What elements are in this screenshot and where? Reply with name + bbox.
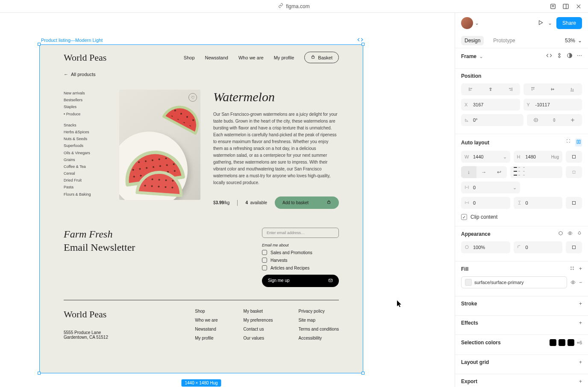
nav-who[interactable]: Who we are: [238, 55, 264, 60]
notes-icon[interactable]: [550, 3, 556, 10]
nav-newsstand[interactable]: Newsstand: [205, 55, 228, 60]
fill-value[interactable]: surface/surface-primary: [461, 276, 567, 288]
align-right-icon[interactable]: [500, 83, 520, 95]
back-link[interactable]: ← All products: [40, 70, 363, 84]
sidebar-item[interactable]: Snacks: [64, 122, 106, 129]
variable-icon[interactable]: [558, 231, 563, 237]
chevron-down-icon[interactable]: ⌄: [548, 20, 552, 26]
footer-link[interactable]: My basket: [244, 309, 273, 314]
sidebar-item[interactable]: Coffee & Tea: [64, 163, 106, 170]
x-field[interactable]: X3167: [461, 99, 520, 111]
tab-prototype[interactable]: Prototype: [490, 36, 518, 45]
footer-link[interactable]: Site map: [299, 318, 339, 322]
footer-link[interactable]: Who we are: [195, 318, 218, 322]
plus-icon[interactable]: +: [579, 320, 582, 326]
color-swatch[interactable]: [567, 339, 574, 346]
plus-icon[interactable]: +: [579, 301, 582, 307]
more-icon[interactable]: ⋯: [577, 53, 582, 60]
direction-wrap-icon[interactable]: ↩: [491, 166, 507, 178]
nav-shop[interactable]: Shop: [184, 55, 195, 60]
favorite-icon[interactable]: ♡: [188, 93, 197, 102]
align-bottom-icon[interactable]: [562, 83, 582, 95]
plus-icon[interactable]: +: [579, 378, 582, 384]
styles-icon[interactable]: [570, 266, 575, 272]
height-field[interactable]: H1480Hug: [514, 151, 563, 163]
signup-button[interactable]: Sign me up: [262, 275, 339, 287]
flip-h-icon[interactable]: [527, 114, 545, 126]
align-hcenter-icon[interactable]: [481, 83, 500, 95]
sidebar-item[interactable]: Superfoods: [64, 142, 106, 149]
more-colors[interactable]: +6: [576, 340, 582, 345]
sidebar-item[interactable]: Flours & Baking: [64, 191, 106, 198]
chevron-down-icon[interactable]: ⌄: [475, 20, 479, 26]
frame-label[interactable]: Product listing—Modern Light: [41, 38, 103, 43]
padding-expand-icon[interactable]: [566, 197, 582, 209]
eye-icon[interactable]: [567, 231, 573, 237]
code-icon[interactable]: [546, 53, 552, 60]
footer-link[interactable]: Our values: [244, 336, 273, 340]
footer-link[interactable]: Newsstand: [195, 327, 218, 331]
radius-expand-icon[interactable]: [566, 241, 582, 253]
radius-field[interactable]: 0: [514, 241, 563, 253]
footer-link[interactable]: My preferences: [244, 318, 273, 322]
minus-icon[interactable]: −: [579, 276, 582, 288]
footer-link[interactable]: Privacy policy: [299, 309, 339, 314]
sidebar-item[interactable]: Dried Fruit: [64, 177, 106, 184]
add-to-basket-button[interactable]: Add to basket: [275, 196, 339, 209]
collapse-icon[interactable]: [566, 138, 571, 147]
zoom-control[interactable]: 53%⌄: [565, 38, 582, 44]
newsletter-option[interactable]: Harvests: [262, 258, 339, 263]
resize-options-icon[interactable]: [566, 151, 582, 163]
selected-frame[interactable]: World Peas Shop Newsstand Who we are My …: [39, 44, 363, 373]
padding-v-field[interactable]: 0: [514, 197, 563, 209]
newsletter-option[interactable]: Articles and Recipes: [262, 265, 339, 270]
rotation-field[interactable]: 0°: [461, 114, 523, 126]
layout-settings-icon[interactable]: [566, 166, 582, 178]
sidebar-item[interactable]: Oils & Vinegars: [64, 150, 106, 156]
flip-v-icon[interactable]: [545, 114, 564, 126]
sidebar-item-active[interactable]: Produce: [64, 111, 106, 117]
sidebar-item[interactable]: Nuts & Seeds: [64, 135, 106, 142]
email-input[interactable]: Enter email address…: [262, 228, 339, 238]
align-left-icon[interactable]: [461, 83, 481, 95]
sidebar-item[interactable]: Staples: [64, 103, 106, 110]
component-icon[interactable]: [556, 53, 562, 60]
footer-link[interactable]: Terms and conditions: [299, 327, 339, 331]
sidebar-item[interactable]: Pasta: [64, 184, 106, 191]
footer-link[interactable]: My profile: [195, 336, 218, 340]
y-field[interactable]: Y-10117: [523, 99, 582, 111]
close-icon[interactable]: [575, 3, 582, 10]
color-swatch[interactable]: [559, 339, 565, 346]
padding-h-field[interactable]: 0: [461, 197, 510, 209]
share-button[interactable]: Share: [556, 17, 582, 29]
nav-profile[interactable]: My profile: [274, 55, 294, 60]
avatar[interactable]: [461, 17, 473, 29]
footer-link[interactable]: Accessibility: [299, 336, 339, 340]
align-vcenter-icon[interactable]: [543, 83, 562, 95]
sidebar-item[interactable]: Bestsellers: [64, 97, 106, 103]
panel-icon[interactable]: [562, 3, 569, 10]
more-transform-icon[interactable]: [564, 114, 582, 126]
width-field[interactable]: W1440⌄: [461, 151, 510, 163]
blend-icon[interactable]: [577, 231, 582, 237]
clip-content-checkbox[interactable]: Clip content: [461, 212, 582, 222]
auto-layout-icon[interactable]: [575, 138, 582, 147]
contrast-icon[interactable]: [567, 53, 573, 60]
align-top-icon[interactable]: [523, 83, 543, 95]
sidebar-item[interactable]: New arrivals: [64, 90, 106, 97]
eye-icon[interactable]: [570, 276, 576, 288]
alignment-box[interactable]: [510, 166, 563, 178]
opacity-field[interactable]: 100%: [461, 241, 510, 253]
plus-icon[interactable]: +: [579, 266, 582, 272]
tab-design[interactable]: Design: [461, 36, 484, 45]
footer-link[interactable]: Shop: [195, 309, 218, 314]
canvas[interactable]: Product listing—Modern Light World Peas …: [0, 13, 455, 387]
basket-button[interactable]: Basket: [304, 52, 339, 63]
sidebar-item[interactable]: Cereal: [64, 170, 106, 177]
frame-type-label[interactable]: Frame: [461, 53, 476, 59]
sidebar-item[interactable]: Grains: [64, 156, 106, 163]
footer-link[interactable]: Contact us: [244, 327, 273, 331]
chevron-down-icon[interactable]: ⌄: [479, 53, 483, 59]
sidebar-item[interactable]: Herbs &Spices: [64, 129, 106, 135]
color-swatch[interactable]: [550, 339, 556, 346]
